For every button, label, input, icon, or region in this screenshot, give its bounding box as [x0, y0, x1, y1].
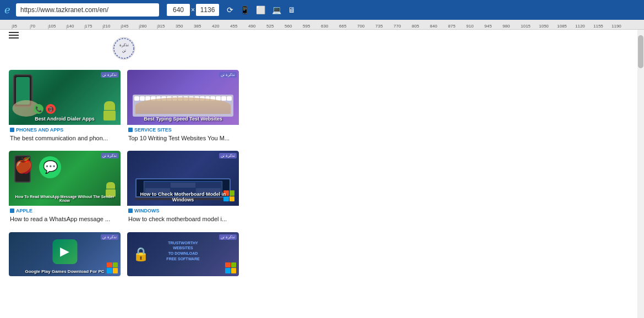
- card-info-1: PHONES AND APPS The best communication a…: [9, 125, 121, 144]
- card-thumbnail-google-play: تذكرة تن ▶ Google Play Games Download Fo…: [9, 232, 121, 276]
- card-category-1: PHONES AND APPS: [10, 127, 119, 133]
- tablet-icon[interactable]: ⬜: [256, 6, 265, 14]
- thumb-label-4: How to Check Motherboard Model in Window…: [127, 191, 239, 202]
- dimension-box: ×: [167, 4, 219, 16]
- card-thumbnail-android-dialer: تذكرة تن 📞: [9, 70, 121, 125]
- svg-text:تذكرة: تذكرة: [119, 43, 129, 47]
- site-logo[interactable]: تذكرة تن: [9, 34, 239, 63]
- card-trustworthy[interactable]: تذكرة تن 🔒 TRUSTWORTHYWEBSITESTO DOWNLOA…: [127, 232, 239, 276]
- page-layout: تذكرة تن تذكرة تن: [0, 30, 644, 318]
- win-pane-6-red: [225, 262, 231, 268]
- scrollbar-track[interactable]: [637, 30, 644, 318]
- card-title-3: How to read a WhatsApp message ...: [10, 215, 119, 223]
- thumb-brand-5: تذكرة تن: [101, 234, 118, 240]
- rotate-icon[interactable]: ⟳: [227, 6, 233, 14]
- category-label-2: SERVICE SITES: [134, 127, 172, 133]
- card-google-play[interactable]: تذكرة تن ▶ Google Play Games Download Fo…: [9, 232, 121, 276]
- logo-svg: تذكرة تن: [105, 36, 143, 61]
- ruler: 35 70 105 140 175 210 245 280 315 350 38…: [0, 20, 644, 30]
- card-title-4: How to check motherboard model i...: [128, 215, 238, 223]
- card-thumbnail-trustworthy: تذكرة تن 🔒 TRUSTWORTHYWEBSITESTO DOWNLOA…: [127, 232, 239, 276]
- card-info-4: WINDOWS How to check motherboard model i…: [127, 206, 239, 225]
- width-input[interactable]: [167, 4, 190, 16]
- thumb-brand-2: تذكرة تن: [219, 72, 237, 78]
- address-bar[interactable]: https://www.tazkranet.com/en/: [16, 3, 159, 17]
- category-icon-3: [10, 209, 14, 213]
- thumb-brand-6: تذكرة تن: [219, 234, 237, 240]
- card-info-2: SERVICE SITES Top 10 Writing Test Websit…: [127, 125, 239, 144]
- card-thumbnail-typing: تذكرة تن Best Typing Speed Test Websites: [127, 70, 239, 125]
- scrollbar-thumb[interactable]: [638, 35, 643, 68]
- category-label-4: WINDOWS: [134, 208, 160, 213]
- card-motherboard[interactable]: تذكرة تن: [127, 151, 239, 225]
- thumb-label-2: Best Typing Speed Test Websites: [127, 116, 239, 122]
- thumb-label-3: How To Read WhatsApp Message Without The…: [9, 195, 121, 202]
- win-pane-6-yellow: [231, 268, 237, 273]
- card-thumbnail-whatsapp: تذكرة تن 1 🍎 💬 How To Read Wh: [9, 151, 121, 206]
- win-pane-5-red: [107, 262, 112, 268]
- card-category-2: SERVICE SITES: [128, 127, 238, 133]
- card-info-3: APPLE How to read a WhatsApp message ...: [9, 206, 121, 225]
- card-title-1: The best communication and phon...: [10, 134, 119, 142]
- win-pane-5-green: [113, 262, 118, 268]
- thumb-brand-4: تذكرة تن: [219, 153, 237, 158]
- card-grid: تذكرة تن 📞: [9, 70, 239, 276]
- monitor-icon[interactable]: 🖥: [288, 6, 296, 14]
- category-icon-2: [128, 128, 133, 132]
- win-pane-6-blue: [225, 268, 231, 273]
- card-typing-test[interactable]: تذكرة تن Best Typing Speed Test Websites: [127, 70, 239, 144]
- card-thumbnail-motherboard: تذكرة تن: [127, 151, 239, 206]
- category-label-3: APPLE: [16, 208, 32, 213]
- svg-text:تن: تن: [122, 48, 126, 53]
- card-android-dialer[interactable]: تذكرة تن 📞: [9, 70, 121, 144]
- height-input[interactable]: [196, 4, 219, 16]
- card-title-2: Top 10 Writing Test Websites You M...: [128, 134, 238, 142]
- main-content: تذكرة تن تذكرة تن: [0, 30, 248, 318]
- phone-icon[interactable]: 📱: [240, 6, 249, 14]
- win-pane-6-green: [231, 262, 237, 268]
- thumb-label-1: Best Android Dialer Apps: [9, 116, 121, 122]
- windows-logo-6: [225, 262, 236, 273]
- google-play-icon: ▶: [52, 239, 77, 264]
- apple-icon: 🍎: [14, 156, 34, 174]
- hands-overlay: [135, 97, 231, 114]
- right-panel: [248, 30, 637, 318]
- category-icon-4: [128, 209, 133, 213]
- url-text: https://www.tazkranet.com/en/: [20, 6, 108, 14]
- laptop-icon[interactable]: 💻: [272, 6, 281, 14]
- browser-logo-icon: ℯ: [4, 4, 10, 16]
- card-category-3: APPLE: [10, 208, 119, 213]
- card-category-4: WINDOWS: [128, 208, 238, 213]
- category-label-1: PHONES AND APPS: [16, 127, 63, 133]
- browser-chrome: ℯ https://www.tazkranet.com/en/ × ⟳ 📱 ⬜ …: [0, 0, 644, 20]
- whatsapp-icon: 💬: [39, 156, 61, 178]
- card-whatsapp[interactable]: تذكرة تن 1 🍎 💬 How To Read Wh: [9, 151, 121, 225]
- thumb-brand-3: تذكرة تن: [101, 153, 118, 158]
- trustworthy-text: TRUSTWORTHYWEBSITESTO DOWNLOADFREE SOFTW…: [127, 240, 239, 262]
- browser-controls: ⟳ 📱 ⬜ 💻 🖥: [227, 6, 296, 14]
- category-icon-1: [10, 128, 14, 132]
- dimension-separator: ×: [191, 6, 195, 14]
